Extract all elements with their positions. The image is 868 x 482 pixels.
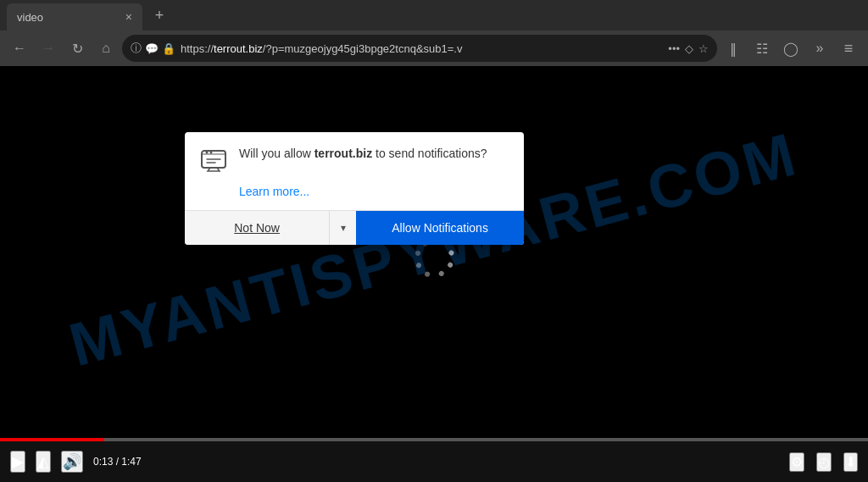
account-button[interactable]: ◯ (778, 36, 804, 61)
download-icon: ⬇ (845, 454, 856, 470)
progress-fill (0, 438, 104, 441)
fullscreen-button[interactable]: ◴ (816, 452, 832, 472)
popup-actions: Not Now ▾ Allow Notifications (185, 210, 524, 245)
popup-domain: terrout.biz (314, 147, 372, 160)
popup-message: Will you allow terrout.biz to send notif… (239, 146, 487, 163)
active-tab[interactable]: video × (7, 3, 142, 30)
forward-icon: → (42, 41, 55, 56)
library-button[interactable]: ‖ (721, 36, 746, 61)
info-icon: ⓘ (131, 41, 142, 56)
more-tools-icon: » (816, 41, 824, 56)
volume-icon: 🔊 (63, 452, 81, 471)
fullscreen-icon: ◴ (818, 454, 830, 470)
address-bar-icons: ⓘ 💬 🔒 (131, 41, 175, 56)
time-display: 0:13 / 1:47 (93, 456, 142, 468)
notification-popup: Will you allow terrout.biz to send notif… (185, 132, 524, 245)
learn-more-link[interactable]: Learn more... (239, 185, 510, 198)
tab-close-icon[interactable]: × (125, 10, 132, 24)
volume-button[interactable]: 🔊 (61, 451, 83, 473)
bookmark-icon[interactable]: ☆ (698, 42, 709, 55)
url-domain: terrout.biz (214, 42, 263, 55)
allow-notifications-button[interactable]: Allow Notifications (356, 211, 524, 245)
main-content: MYANTISPYWARE.COM (0, 66, 868, 482)
popup-question-end: to send notifications? (372, 147, 487, 160)
more-icon[interactable]: ••• (668, 42, 680, 55)
more-tools-button[interactable]: » (807, 36, 832, 61)
download-button[interactable]: ⬇ (843, 452, 858, 472)
refresh-button[interactable]: ↻ (64, 36, 90, 61)
tab-bar: video × + (0, 0, 868, 30)
dropdown-arrow-button[interactable]: ▾ (329, 211, 356, 245)
url-path: /?p=muzgeojyg45gi3bpge2tcnq&sub1=.v (263, 42, 463, 55)
refresh-icon: ↻ (72, 41, 83, 57)
account-icon: ◯ (783, 41, 798, 57)
address-text: https://terrout.biz/?p=muzgeojyg45gi3bpg… (181, 42, 663, 55)
url-prefix: https:// (181, 42, 214, 55)
home-icon: ⌂ (102, 41, 110, 56)
pocket-icon[interactable]: ◇ (685, 42, 693, 55)
video-controls: ▶ ◭ 🔊 0:13 / 1:47 ⚙ ◴ ⬇ (0, 438, 868, 482)
back-icon: ← (13, 41, 26, 56)
not-now-label: Not Now (234, 221, 280, 235)
address-bar[interactable]: ⓘ 💬 🔒 https://terrout.biz/?p=muzgeojyg45… (122, 35, 717, 62)
svg-point-1 (206, 152, 209, 154)
settings-icon: ⚙ (791, 454, 803, 470)
back-button[interactable]: ← (7, 36, 32, 61)
svg-point-2 (210, 152, 213, 154)
chat-icon: 💬 (145, 42, 159, 55)
play-button[interactable]: ▶ (10, 451, 25, 473)
home-button[interactable]: ⌂ (93, 36, 119, 61)
settings-button[interactable]: ⚙ (789, 452, 804, 472)
library-icon: ‖ (730, 41, 737, 57)
popup-header: Will you allow terrout.biz to send notif… (198, 146, 510, 176)
browser-chrome: video × + ← → ↻ ⌂ ⓘ 💬 🔒 https://terrout.… (0, 0, 868, 66)
reader-icon: ☷ (756, 41, 768, 57)
popup-notification-icon (198, 146, 229, 176)
menu-button[interactable]: ≡ (836, 36, 861, 61)
next-button[interactable]: ◭ (36, 451, 51, 473)
lock-icon: 🔒 (162, 42, 175, 55)
nav-bar: ← → ↻ ⌂ ⓘ 💬 🔒 https://terrout.biz/?p=muz… (0, 30, 868, 66)
address-right-icons: ••• ◇ ☆ (668, 42, 709, 55)
menu-icon: ≡ (844, 40, 854, 58)
new-tab-button[interactable]: + (147, 3, 171, 27)
right-controls: ⚙ ◴ ⬇ (789, 452, 858, 472)
controls-row: ▶ ◭ 🔊 0:13 / 1:47 ⚙ ◴ ⬇ (0, 441, 868, 482)
tab-label: video (17, 11, 43, 24)
forward-button[interactable]: → (36, 36, 61, 61)
play-icon: ▶ (12, 452, 24, 471)
popup-question-start: Will you allow (239, 147, 314, 160)
next-icon: ◭ (37, 452, 49, 471)
reader-button[interactable]: ☷ (749, 36, 775, 61)
progress-bar[interactable] (0, 438, 868, 441)
not-now-button[interactable]: Not Now (185, 211, 329, 245)
